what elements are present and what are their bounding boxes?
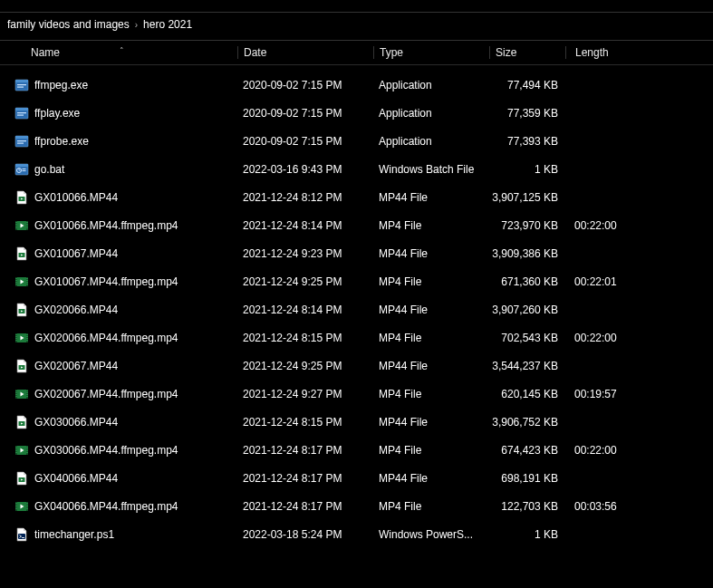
cell-size: 620,145 KB: [489, 388, 565, 400]
mp44-file-icon: [14, 415, 29, 429]
column-header-length[interactable]: Length: [565, 46, 672, 59]
mp4-file-icon: [14, 387, 29, 401]
file-row[interactable]: GX010066.MP44.ffmpeg.mp42021-12-24 8:14 …: [0, 211, 713, 239]
cell-name: GX020067.MP44: [0, 359, 237, 373]
mp44-file-icon: [14, 359, 29, 373]
file-row[interactable]: ffplay.exe2020-09-02 7:15 PMApplication7…: [0, 99, 713, 127]
file-row[interactable]: GX010067.MP44.ffmpeg.mp42021-12-24 9:25 …: [0, 267, 713, 295]
cell-length: 00:22:00: [565, 219, 672, 232]
cell-date: 2020-09-02 7:15 PM: [237, 79, 373, 92]
cell-type: MP44 File: [373, 416, 489, 429]
cell-name: GX040066.MP44: [0, 471, 237, 486]
cell-name: GX020066.MP44.ffmpeg.mp4: [0, 331, 237, 345]
cell-size: 3,907,260 KB: [489, 304, 565, 316]
cell-type: Application: [373, 107, 489, 120]
cell-name: timechanger.ps1: [0, 527, 237, 542]
bat-file-icon: [14, 162, 29, 177]
file-row[interactable]: GX030066.MP44.ffmpeg.mp42021-12-24 8:17 …: [0, 436, 713, 464]
mp4-file-icon: [14, 443, 29, 458]
mp44-file-icon: [14, 246, 29, 261]
cell-size: 122,703 KB: [489, 500, 565, 513]
cell-type: MP44 File: [373, 247, 489, 260]
cell-length: 00:22:01: [565, 275, 672, 288]
cell-name: GX010066.MP44: [0, 190, 237, 205]
cell-type: MP44 File: [373, 191, 489, 204]
column-label: Name: [31, 46, 60, 59]
file-name: GX020067.MP44: [34, 360, 118, 372]
file-row[interactable]: go.bat2022-03-16 9:43 PMWindows Batch Fi…: [0, 155, 713, 183]
cell-size: 3,907,125 KB: [489, 191, 565, 204]
cell-date: 2021-12-24 9:23 PM: [237, 247, 373, 260]
file-row[interactable]: timechanger.ps12022-03-18 5:24 PMWindows…: [0, 520, 713, 548]
column-header-size[interactable]: Size: [489, 46, 565, 59]
cell-name: GX020066.MP44: [0, 303, 237, 317]
cell-size: 77,393 KB: [489, 135, 565, 148]
exe-file-icon: [14, 106, 29, 120]
file-row[interactable]: ffprobe.exe2020-09-02 7:15 PMApplication…: [0, 127, 713, 155]
cell-date: 2021-12-24 8:15 PM: [237, 332, 373, 344]
sort-ascending-icon: ˄: [120, 46, 124, 55]
cell-size: 77,359 KB: [489, 107, 565, 120]
file-name: go.bat: [34, 163, 64, 176]
exe-file-icon: [14, 78, 29, 92]
file-row[interactable]: GX020066.MP442021-12-24 8:14 PMMP44 File…: [0, 295, 713, 323]
cell-type: Application: [373, 79, 489, 92]
file-row[interactable]: GX020067.MP44.ffmpeg.mp42021-12-24 9:27 …: [0, 380, 713, 408]
file-list[interactable]: ffmpeg.exe2020-09-02 7:15 PMApplication7…: [0, 65, 713, 548]
file-name: ffmpeg.exe: [34, 79, 88, 92]
cell-date: 2021-12-24 8:17 PM: [237, 444, 373, 457]
mp44-file-icon: [14, 303, 29, 317]
cell-name: go.bat: [0, 162, 237, 177]
cell-type: MP44 File: [373, 472, 489, 485]
exe-file-icon: [14, 134, 29, 149]
cell-size: 1 KB: [489, 163, 565, 176]
cell-name: GX010066.MP44.ffmpeg.mp4: [0, 218, 237, 233]
cell-type: MP4 File: [373, 219, 489, 232]
cell-size: 3,906,752 KB: [489, 416, 565, 429]
breadcrumb-item[interactable]: family videos and images: [7, 18, 130, 31]
window-top-divider: [0, 0, 713, 13]
breadcrumb-item[interactable]: hero 2021: [143, 18, 192, 31]
cell-date: 2021-12-24 9:25 PM: [237, 275, 373, 288]
file-row[interactable]: GX040066.MP44.ffmpeg.mp42021-12-24 8:17 …: [0, 492, 713, 520]
ps1-file-icon: [14, 527, 29, 542]
cell-date: 2021-12-24 8:17 PM: [237, 472, 373, 485]
file-row[interactable]: GX020066.MP44.ffmpeg.mp42021-12-24 8:15 …: [0, 323, 713, 352]
file-name: GX020067.MP44.ffmpeg.mp4: [34, 388, 178, 400]
column-header-type[interactable]: Type: [373, 46, 489, 59]
file-row[interactable]: GX030066.MP442021-12-24 8:15 PMMP44 File…: [0, 408, 713, 436]
cell-size: 3,544,237 KB: [489, 360, 565, 372]
column-header-date[interactable]: Date: [237, 46, 373, 59]
file-name: GX040066.MP44.ffmpeg.mp4: [34, 500, 178, 513]
cell-name: GX040066.MP44.ffmpeg.mp4: [0, 499, 237, 514]
cell-type: Windows PowerS...: [373, 528, 489, 541]
cell-size: 3,909,386 KB: [489, 247, 565, 260]
column-header-name[interactable]: Name ˄: [0, 46, 237, 59]
file-row[interactable]: GX010067.MP442021-12-24 9:23 PMMP44 File…: [0, 239, 713, 267]
column-label: Length: [575, 46, 609, 59]
cell-type: MP4 File: [373, 444, 489, 457]
cell-name: GX020067.MP44.ffmpeg.mp4: [0, 387, 237, 401]
file-name: GX010067.MP44.ffmpeg.mp4: [34, 275, 178, 288]
cell-size: 1 KB: [489, 528, 565, 541]
cell-size: 702,543 KB: [489, 332, 565, 344]
file-name: GX020066.MP44: [34, 304, 118, 316]
file-row[interactable]: GX020067.MP442021-12-24 9:25 PMMP44 File…: [0, 352, 713, 380]
cell-name: GX030066.MP44.ffmpeg.mp4: [0, 443, 237, 458]
file-row[interactable]: ffmpeg.exe2020-09-02 7:15 PMApplication7…: [0, 71, 713, 99]
cell-size: 698,191 KB: [489, 472, 565, 485]
file-row[interactable]: GX010066.MP442021-12-24 8:12 PMMP44 File…: [0, 183, 713, 211]
cell-length: 00:22:00: [565, 444, 672, 457]
cell-date: 2021-12-24 9:27 PM: [237, 388, 373, 400]
file-name: GX010066.MP44: [34, 191, 118, 204]
file-name: GX040066.MP44: [34, 472, 118, 485]
file-name: timechanger.ps1: [34, 528, 114, 541]
cell-size: 671,360 KB: [489, 275, 565, 288]
file-row[interactable]: GX040066.MP442021-12-24 8:17 PMMP44 File…: [0, 464, 713, 492]
file-name: GX030066.MP44: [34, 416, 118, 429]
cell-type: MP44 File: [373, 360, 489, 372]
mp4-file-icon: [14, 275, 29, 289]
column-label: Date: [244, 46, 266, 59]
cell-size: 723,970 KB: [489, 219, 565, 232]
breadcrumb[interactable]: family videos and images › hero 2021: [0, 13, 713, 41]
